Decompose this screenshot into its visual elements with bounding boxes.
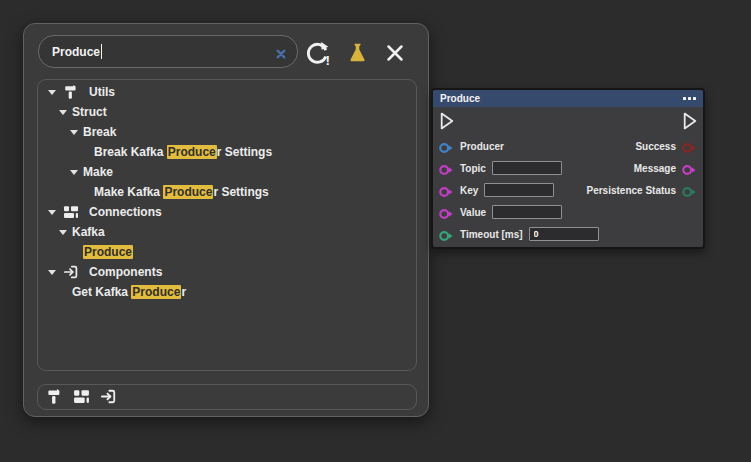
reload-alert-icon[interactable]: !: [302, 38, 332, 68]
flask-filter-icon[interactable]: [342, 38, 372, 68]
tree-row-label: Get Kafka Producer: [72, 285, 186, 299]
input-label: Timeout [ms]: [460, 229, 523, 240]
search-results-tree: UtilsStructBreakBreak Kafka Producer Set…: [37, 79, 417, 371]
components-icon: [63, 264, 81, 280]
search-input[interactable]: Produce: [38, 35, 298, 68]
node-title: Produce: [440, 93, 480, 104]
node-input-row: Key: [439, 179, 554, 201]
output-label: Persistence Status: [587, 185, 677, 196]
tree-row-label: Break: [83, 125, 116, 139]
svg-text:!: !: [325, 53, 330, 67]
tree-row[interactable]: Make: [38, 162, 416, 182]
tree-rows: UtilsStructBreakBreak Kafka Producer Set…: [38, 82, 416, 302]
input-field[interactable]: [484, 183, 554, 197]
tree-row[interactable]: Struct: [38, 102, 416, 122]
output-pin[interactable]: [682, 162, 697, 174]
node-output-row: Persistence Status: [587, 179, 698, 201]
node-input-row: Value: [439, 201, 562, 223]
produce-node[interactable]: Produce ProducerTopicKeyValueTimeout [ms…: [431, 88, 705, 249]
input-label: Key: [460, 185, 478, 196]
tree-row[interactable]: Utils: [38, 82, 416, 102]
tree-row[interactable]: Break Kafka Producer Settings: [38, 142, 416, 162]
input-field[interactable]: [492, 205, 562, 219]
tree-row[interactable]: Break: [38, 122, 416, 142]
input-field[interactable]: [492, 161, 562, 175]
tree-row-label: Produce: [83, 245, 133, 259]
more-dots-icon[interactable]: [683, 97, 696, 100]
output-pin[interactable]: [682, 140, 697, 152]
tree-row-label: Kafka: [72, 225, 105, 239]
tree-row-label: Make Kafka Producer Settings: [94, 185, 269, 199]
close-icon[interactable]: [380, 38, 410, 68]
node-output-row: Message: [634, 157, 697, 179]
collapse-arrow-icon[interactable]: [45, 210, 59, 215]
connections-filter-icon[interactable]: [73, 388, 91, 406]
clear-x-icon[interactable]: [275, 46, 287, 58]
tree-row-label: Make: [83, 165, 113, 179]
input-pin[interactable]: [439, 206, 454, 218]
utils-filter-icon[interactable]: [46, 388, 64, 406]
collapse-arrow-icon[interactable]: [56, 110, 70, 115]
output-label: Success: [635, 141, 676, 152]
node-input-row: Timeout [ms]: [439, 223, 599, 245]
exec-out-pin[interactable]: [683, 112, 697, 130]
collapse-arrow-icon[interactable]: [67, 130, 81, 135]
components-filter-icon[interactable]: [100, 388, 118, 406]
node-input-row: Topic: [439, 157, 562, 179]
collapse-arrow-icon[interactable]: [67, 170, 81, 175]
collapse-arrow-icon[interactable]: [45, 90, 59, 95]
tree-row[interactable]: Connections: [38, 202, 416, 222]
node-title-bar[interactable]: Produce: [433, 90, 703, 107]
tree-row[interactable]: Kafka: [38, 222, 416, 242]
input-label: Producer: [460, 141, 504, 152]
collapse-arrow-icon[interactable]: [56, 230, 70, 235]
search-popup: Produce ! UtilsStructBreakBreak Kafka Pr…: [23, 23, 429, 417]
tree-row-label: Struct: [72, 105, 107, 119]
input-field[interactable]: [529, 227, 599, 241]
search-input-value: Produce: [52, 45, 100, 59]
exec-in-pin[interactable]: [440, 112, 454, 130]
input-pin[interactable]: [439, 228, 454, 240]
tree-row[interactable]: Produce: [38, 242, 416, 262]
node-input-row: Producer: [439, 135, 504, 157]
input-pin[interactable]: [439, 162, 454, 174]
tree-row-label: Utils: [89, 85, 115, 99]
output-pin[interactable]: [682, 184, 697, 196]
collapse-arrow-icon[interactable]: [45, 270, 59, 275]
tree-row[interactable]: Get Kafka Producer: [38, 282, 416, 302]
tree-row-label: Components: [89, 265, 162, 279]
utils-icon: [63, 84, 81, 100]
filter-toolbar: [37, 384, 417, 410]
tree-row-label: Connections: [89, 205, 162, 219]
text-caret: [101, 44, 102, 59]
input-pin[interactable]: [439, 184, 454, 196]
input-pin[interactable]: [439, 140, 454, 152]
node-output-row: Success: [635, 135, 697, 157]
connections-icon: [63, 204, 81, 220]
tree-row[interactable]: Components: [38, 262, 416, 282]
tree-row-label: Break Kafka Producer Settings: [94, 145, 272, 159]
output-label: Message: [634, 163, 676, 174]
input-label: Value: [460, 207, 486, 218]
node-body: ProducerTopicKeyValueTimeout [ms] Succes…: [433, 107, 703, 247]
input-label: Topic: [460, 163, 486, 174]
tree-row[interactable]: Make Kafka Producer Settings: [38, 182, 416, 202]
